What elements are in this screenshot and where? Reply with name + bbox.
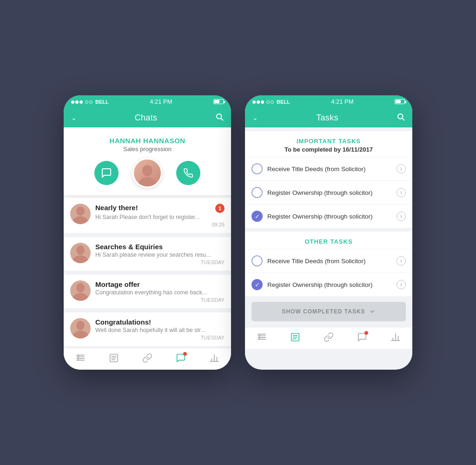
back-button-left[interactable]: ⌄: [71, 114, 77, 121]
task-info-button[interactable]: i: [397, 256, 406, 266]
time-display-right: 4:21 PM: [331, 98, 353, 105]
divider: [64, 196, 231, 196]
svg-point-11: [72, 331, 89, 339]
chat-time: TUESDAY: [95, 259, 225, 265]
search-button-left[interactable]: [215, 113, 224, 123]
bottom-nav-left: [64, 348, 231, 370]
nav-bar-left: ⌄ Chats: [64, 108, 231, 127]
task-item: Receive Title Deeds (from Solicitor) i: [245, 157, 412, 180]
tasks-body: IMPORTANT TASKS To be completed by 16/11…: [245, 131, 412, 321]
chat-preview: Hi Sarah please review your searches res…: [95, 252, 225, 258]
svg-point-3: [138, 177, 157, 186]
task-info-button[interactable]: i: [397, 164, 406, 173]
status-left: BELL: [71, 99, 109, 105]
contact-name: HANNAH HANNASON: [71, 137, 224, 145]
phone-left: BELL 4:21 PM ⌄ Chats HANNAH HANNASON Sal…: [64, 95, 231, 370]
show-completed-button[interactable]: SHOW COMPLETED TASKS: [251, 302, 406, 321]
chat-list: Nearly there! 1 Hi Sarah Please don't fo…: [64, 198, 231, 346]
task-info-button[interactable]: i: [397, 280, 406, 289]
chat-header-row: Mortage offer: [95, 280, 225, 288]
task-text: Register Ownership (through solicitor): [267, 213, 392, 220]
nav-tasks[interactable]: [109, 353, 119, 363]
other-tasks-header: OTHER TASKS: [245, 232, 412, 249]
task-item: ✓ Register Ownership (through solicitor)…: [245, 204, 412, 228]
chat-divider: [70, 272, 225, 273]
chat-divider: [70, 310, 225, 311]
svg-point-5: [72, 216, 89, 224]
svg-point-7: [72, 255, 89, 263]
back-button-right[interactable]: ⌄: [252, 114, 258, 121]
nav-list[interactable]: [257, 332, 267, 342]
important-tasks-subtitle: To be completed by 16/11/2017: [252, 146, 405, 153]
nav-list[interactable]: [75, 353, 86, 363]
status-left: BELL: [252, 99, 290, 105]
time-display-left: 4:21 PM: [150, 98, 172, 105]
chat-content: Congratulations! Well done Sarah hopeful…: [95, 318, 225, 340]
nav-title-left: Chats: [135, 113, 158, 123]
task-text: Receive Title Deeds (from Solicitor): [267, 258, 392, 265]
chat-time: TUESDAY: [95, 297, 225, 303]
task-info-button[interactable]: i: [397, 212, 406, 221]
nav-links[interactable]: [324, 332, 334, 342]
search-button-right[interactable]: [397, 113, 405, 123]
phone-right: BELL 4:21 PM ⌄ Tasks IMPORTANT TASKS: [245, 95, 412, 370]
task-checkbox-checked[interactable]: ✓: [251, 279, 263, 290]
chat-preview: Hi Sarah Please don't forget to register…: [95, 214, 225, 220]
chat-content: Mortage offer Congratulation everything …: [95, 280, 225, 303]
status-bar-right: BELL 4:21 PM: [245, 95, 412, 108]
signal-dots: [71, 99, 93, 105]
contact-subtitle: Sales progression: [71, 146, 224, 153]
chat-header-row: Nearly there! 1: [95, 204, 225, 213]
task-item: ✓ Register Ownership (through solicitor)…: [245, 272, 412, 296]
chat-content: Nearly there! 1 Hi Sarah Please don't fo…: [95, 204, 225, 227]
carrier-label: BELL: [95, 99, 109, 105]
task-text: Register Ownership (through solicitor): [267, 189, 392, 196]
chat-divider: [70, 235, 225, 235]
svg-point-4: [76, 206, 85, 216]
nav-badge: [364, 331, 368, 335]
task-info-button[interactable]: i: [397, 188, 406, 197]
task-checkbox[interactable]: [251, 187, 263, 198]
message-button[interactable]: [94, 161, 119, 185]
contact-header: HANNAH HANNASON Sales progression: [64, 127, 231, 196]
chat-title: Mortage offer: [95, 280, 140, 288]
task-checkbox[interactable]: [251, 163, 263, 174]
task-text: Receive Title Deeds (from Solicitor): [267, 166, 392, 173]
chat-header-row: Congratulations!: [95, 318, 225, 326]
chat-item[interactable]: Mortage offer Congratulation everything …: [64, 275, 231, 308]
nav-badge: [183, 352, 187, 356]
battery-icon: [395, 99, 405, 104]
status-bar-left: BELL 4:21 PM: [64, 95, 231, 108]
contact-avatar: [132, 158, 162, 188]
status-right: [213, 99, 224, 104]
chat-item[interactable]: Nearly there! 1 Hi Sarah Please don't fo…: [64, 198, 231, 233]
nav-chat[interactable]: [176, 353, 186, 363]
contact-actions: [71, 158, 224, 188]
nav-tasks-active[interactable]: [290, 332, 300, 342]
svg-point-10: [76, 321, 85, 330]
chat-time: 09:25: [95, 222, 225, 227]
signal-dots: [252, 99, 275, 105]
unread-badge: 1: [215, 204, 225, 213]
nav-bar-right: ⌄ Tasks: [245, 108, 412, 127]
nav-links[interactable]: [142, 353, 152, 363]
task-checkbox-checked[interactable]: ✓: [251, 211, 263, 222]
chat-item[interactable]: Searches & Equiries Hi Sarah please revi…: [64, 237, 231, 271]
bottom-nav-right: [245, 327, 412, 349]
avatar: [70, 204, 91, 224]
important-tasks-section: IMPORTANT TASKS To be completed by 16/11…: [245, 131, 412, 228]
carrier-label: BELL: [277, 99, 290, 105]
nav-chart[interactable]: [209, 353, 219, 363]
battery-icon: [213, 99, 224, 104]
important-tasks-header: IMPORTANT TASKS To be completed by 16/11…: [245, 131, 412, 157]
chat-item[interactable]: Congratulations! Well done Sarah hopeful…: [64, 312, 231, 346]
show-completed-label: SHOW COMPLETED TASKS: [282, 308, 365, 315]
nav-chart[interactable]: [390, 332, 401, 342]
task-item: Register Ownership (through solicitor) i: [245, 180, 412, 204]
task-checkbox[interactable]: [251, 255, 263, 266]
call-button[interactable]: [176, 161, 200, 185]
svg-line-26: [402, 118, 404, 120]
svg-point-9: [72, 293, 89, 301]
nav-chat[interactable]: [357, 332, 367, 342]
phones-container: BELL 4:21 PM ⌄ Chats HANNAH HANNASON Sal…: [45, 77, 431, 388]
